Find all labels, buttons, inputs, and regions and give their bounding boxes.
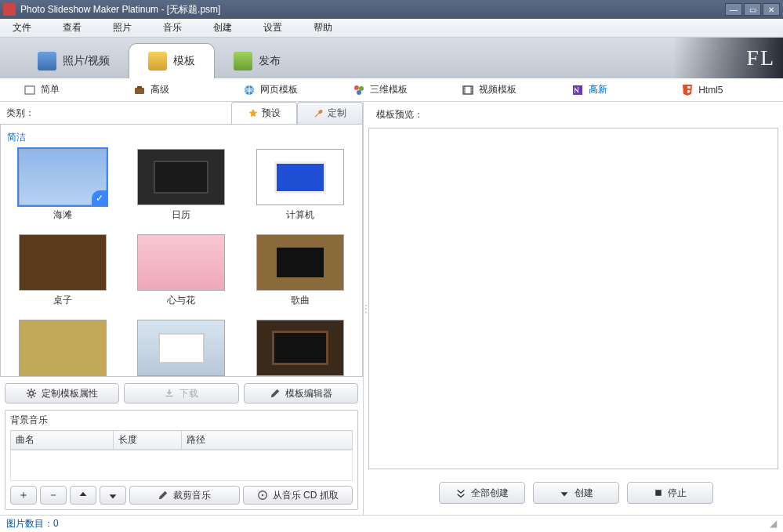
menu-file[interactable]: 文件: [8, 20, 36, 36]
template-thumbnail: [137, 234, 225, 291]
template-editor-button[interactable]: 模板编辑器: [244, 383, 358, 404]
create-label: 创建: [575, 487, 593, 500]
publish-icon: [234, 52, 252, 71]
sub-toolbar: 简单高级网页模板三维模板视频模板高新Html5: [0, 78, 783, 102]
close-button[interactable]: ✕: [763, 3, 780, 16]
tab-template[interactable]: 模板: [129, 43, 215, 78]
pencil-icon: [158, 490, 169, 501]
tab-preset-label: 预设: [262, 107, 281, 120]
rip-cd-button[interactable]: 从音乐 CD 抓取: [243, 486, 353, 505]
svg-rect-1: [135, 88, 144, 94]
html5-icon: [681, 84, 694, 96]
pencil-icon: [270, 388, 281, 399]
subtoolbar-item-web[interactable]: 网页模板: [227, 83, 337, 96]
bgmusic-table-body[interactable]: [10, 450, 353, 481]
svg-rect-2: [137, 86, 142, 89]
template-thumbnail: [137, 320, 225, 376]
subtoolbar-label: Html5: [698, 85, 723, 96]
template-item-song[interactable]: 歌曲: [245, 234, 356, 307]
star-icon: [248, 108, 259, 119]
tab-custom[interactable]: 定制: [297, 102, 363, 124]
tab-preset[interactable]: 预设: [231, 102, 297, 124]
group-label: 简洁: [7, 131, 356, 144]
window-controls: — ▭ ✕: [725, 3, 780, 16]
tab-publish[interactable]: 发布: [215, 44, 299, 78]
stop-button[interactable]: 停止: [627, 482, 713, 504]
title-bar: Photo Slideshow Maker Platinum - [无标题.ps…: [0, 0, 783, 19]
download-label: 下载: [179, 387, 198, 400]
col-path[interactable]: 路径: [181, 431, 352, 450]
new-icon: [571, 84, 584, 96]
menu-help[interactable]: 帮助: [309, 20, 337, 36]
trim-music-button[interactable]: 裁剪音乐: [129, 486, 240, 505]
minimize-button[interactable]: —: [725, 3, 742, 16]
gear-icon: [26, 388, 37, 399]
briefcase-icon: [133, 84, 146, 96]
subtoolbar-item-advanced[interactable]: 高级: [118, 83, 227, 96]
menu-create[interactable]: 创建: [208, 20, 237, 36]
globe-icon: [243, 84, 256, 96]
template-item-frame1[interactable]: [7, 320, 118, 377]
template-thumbnail: [256, 234, 344, 291]
tab-photo-video[interactable]: 照片/视频: [19, 44, 129, 78]
download-icon: [164, 388, 175, 399]
cd-icon: [257, 490, 268, 501]
create-button[interactable]: 创建: [533, 482, 619, 504]
category-label: 类别：: [6, 107, 163, 120]
menu-view[interactable]: 查看: [58, 20, 86, 36]
template-label: 桌子: [53, 294, 72, 307]
left-panel: 类别： 预设 定制 简洁 海滩日历计算机桌子心与花歌曲: [0, 102, 364, 515]
template-label: 歌曲: [291, 294, 310, 307]
template-item-heart[interactable]: 心与花: [126, 234, 237, 307]
bgmusic-table: 曲名 长度 路径: [10, 430, 353, 450]
download-button[interactable]: 下载: [124, 383, 238, 404]
preview-label: 模板预览：: [368, 102, 783, 128]
subtoolbar-item-video[interactable]: 视频模板: [446, 83, 556, 96]
col-length[interactable]: 长度: [113, 431, 181, 450]
template-label: 日历: [172, 208, 190, 222]
template-label: 计算机: [286, 208, 314, 222]
subtoolbar-item-simple[interactable]: 简单: [8, 83, 118, 96]
add-music-button[interactable]: ＋: [10, 486, 37, 505]
app-icon: [3, 3, 16, 16]
move-up-button[interactable]: [70, 486, 96, 505]
subtoolbar-label: 网页模板: [260, 83, 298, 96]
col-name[interactable]: 曲名: [11, 431, 114, 450]
template-item-calendar[interactable]: 日历: [126, 149, 237, 222]
template-scroll[interactable]: 简洁 海滩日历计算机桌子心与花歌曲: [0, 124, 363, 377]
subtoolbar-item-new[interactable]: 高新: [556, 83, 665, 96]
tab-template-label: 模板: [173, 54, 195, 68]
brand-decoration: FL: [673, 38, 783, 78]
film-icon: [462, 84, 474, 96]
template-item-frame2[interactable]: [245, 320, 356, 377]
template-label: 海滩: [53, 208, 72, 222]
custom-template-props-label: 定制模板属性: [42, 387, 98, 400]
svg-point-5: [359, 86, 364, 91]
menu-settings[interactable]: 设置: [259, 20, 287, 36]
template-thumbnail: [256, 320, 344, 376]
custom-template-props-button[interactable]: 定制模板属性: [5, 383, 119, 404]
template-item-beach[interactable]: 海滩: [7, 149, 118, 222]
right-panel: 模板预览： 全部创建 创建 停止: [368, 102, 783, 515]
subtoolbar-label: 视频模板: [479, 83, 517, 96]
maximize-button[interactable]: ▭: [744, 3, 761, 16]
create-all-button[interactable]: 全部创建: [439, 482, 525, 504]
template-thumbnail: [19, 320, 107, 376]
menu-music[interactable]: 音乐: [158, 20, 187, 36]
svg-point-6: [357, 90, 361, 95]
photo-video-icon: [38, 52, 56, 71]
resize-grip[interactable]: ◢: [770, 518, 777, 529]
window-title: Photo Slideshow Maker Platinum - [无标题.ps…: [20, 3, 725, 16]
subtoolbar-label: 高新: [589, 83, 607, 96]
move-down-button[interactable]: [100, 486, 126, 505]
trim-music-label: 裁剪音乐: [173, 489, 211, 502]
subtoolbar-item-3d[interactable]: 三维模板: [337, 83, 447, 96]
remove-music-button[interactable]: －: [40, 486, 67, 505]
subtoolbar-item-html5[interactable]: Html5: [665, 84, 775, 96]
template-item-desk[interactable]: 桌子: [7, 234, 118, 307]
status-bar: 图片数目：0 ◢: [0, 516, 783, 531]
template-grid: 海滩日历计算机桌子心与花歌曲: [7, 149, 356, 377]
template-item-computer[interactable]: 计算机: [245, 149, 356, 222]
template-item-laptop[interactable]: [126, 320, 237, 377]
menu-photo[interactable]: 照片: [108, 20, 136, 36]
